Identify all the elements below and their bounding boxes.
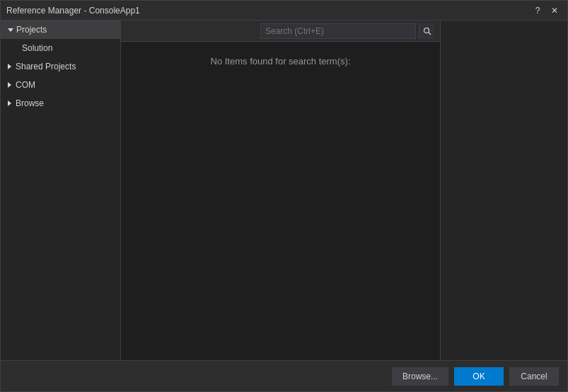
title-bar: Reference Manager - ConsoleApp1 ? ✕ — [1, 1, 567, 21]
browse-button[interactable]: Browse... — [392, 367, 448, 386]
chevron-right-icon-com — [8, 82, 11, 88]
sidebar-item-solution[interactable]: Solution — [1, 39, 120, 57]
sidebar-item-browse[interactable]: Browse — [1, 94, 120, 113]
sidebar-item-solution-label: Solution — [22, 43, 52, 53]
search-bar — [121, 21, 440, 42]
svg-point-0 — [424, 28, 429, 33]
content-area: No Items found for search term(s): — [121, 42, 440, 360]
no-items-message: No Items found for search term(s): — [211, 56, 351, 67]
sidebar-projects-header[interactable]: Projects — [1, 21, 120, 39]
search-input[interactable] — [261, 26, 415, 36]
search-button[interactable] — [419, 23, 434, 39]
help-button[interactable]: ? — [531, 4, 545, 18]
sidebar: Projects Solution Shared Projects COM Br… — [1, 21, 121, 360]
svg-line-1 — [429, 33, 431, 35]
ok-button[interactable]: OK — [454, 367, 504, 386]
search-input-wrapper[interactable] — [260, 23, 416, 39]
window-title: Reference Manager - ConsoleApp1 — [6, 6, 140, 16]
footer: Browse... OK Cancel — [1, 360, 567, 391]
right-panel — [440, 21, 567, 360]
title-bar-controls: ? ✕ — [531, 4, 562, 18]
reference-manager-window: Reference Manager - ConsoleApp1 ? ✕ Proj… — [0, 0, 568, 392]
chevron-right-icon-browse — [8, 100, 11, 106]
sidebar-projects-label: Projects — [16, 25, 47, 35]
cancel-button[interactable]: Cancel — [509, 367, 559, 386]
chevron-right-icon — [8, 64, 11, 69]
sidebar-item-browse-label: Browse — [16, 98, 44, 108]
main-area: No Items found for search term(s): — [121, 21, 440, 360]
main-content: Projects Solution Shared Projects COM Br… — [1, 21, 567, 360]
search-icon — [423, 27, 431, 35]
chevron-down-icon — [8, 28, 13, 32]
sidebar-item-com[interactable]: COM — [1, 76, 120, 94]
sidebar-item-shared-projects-label: Shared Projects — [16, 62, 76, 71]
sidebar-item-com-label: COM — [16, 80, 35, 90]
close-button[interactable]: ✕ — [547, 4, 562, 18]
sidebar-item-shared-projects[interactable]: Shared Projects — [1, 57, 120, 76]
